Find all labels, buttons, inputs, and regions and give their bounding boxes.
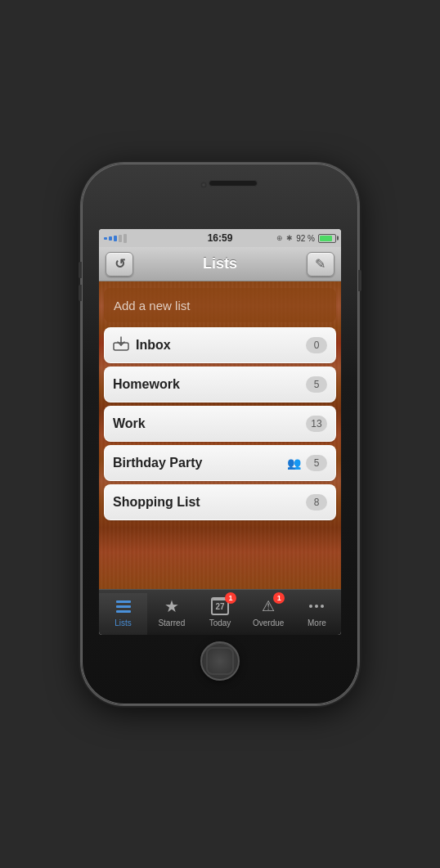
front-camera <box>200 182 207 188</box>
tab-lists[interactable]: Lists <box>99 593 147 635</box>
refresh-icon: ↺ <box>114 256 125 272</box>
list-item[interactable]: Birthday Party 👥 5 <box>104 445 336 481</box>
lists-icon-wrap <box>112 595 135 618</box>
tab-today[interactable]: 27 1 Today <box>195 593 244 635</box>
more-dots-icon <box>309 605 324 608</box>
signal-bar-5 <box>123 234 127 243</box>
volume-down-btn[interactable] <box>79 285 82 301</box>
signal-bar-4 <box>119 235 122 242</box>
list-item-badge: 5 <box>306 455 327 471</box>
star-icon: ★ <box>164 596 179 616</box>
dot-1 <box>309 605 312 608</box>
today-icon-wrap: 27 1 <box>209 595 231 618</box>
refresh-button[interactable]: ↺ <box>106 252 133 277</box>
phone-frame: 16:59 ⊕ ✱ 92 % ↺ Lists ✎ <box>82 164 358 704</box>
add-list-label: Add a new list <box>114 299 190 313</box>
home-button-inner <box>206 647 234 675</box>
battery-icon <box>318 234 336 243</box>
inbox-icon <box>113 336 129 354</box>
list-item-badge: 5 <box>306 376 327 393</box>
tab-starred-label: Starred <box>158 618 185 627</box>
tab-bar: Lists ★ Starred 27 1 Today <box>99 589 341 635</box>
screen: 16:59 ⊕ ✱ 92 % ↺ Lists ✎ <box>99 229 341 635</box>
signal-bar-2 <box>109 236 112 241</box>
tab-overdue-label: Overdue <box>253 618 284 627</box>
list-item-badge: 13 <box>306 416 327 432</box>
list-item-name: Inbox <box>136 338 306 353</box>
edit-icon: ✎ <box>315 256 326 272</box>
tab-lists-label: Lists <box>114 618 132 627</box>
wifi-icon: ⊕ <box>276 234 283 242</box>
power-btn[interactable] <box>358 270 361 291</box>
list-item-meta: 0 <box>306 337 327 353</box>
list-item-name: Birthday Party <box>113 456 287 470</box>
dot-2 <box>315 605 318 608</box>
list-item-meta: 13 <box>306 416 327 432</box>
status-right: ⊕ ✱ 92 % <box>276 234 336 243</box>
line-3 <box>116 610 131 613</box>
status-time: 16:59 <box>208 232 233 244</box>
list-item-meta: 8 <box>306 494 327 510</box>
more-icon-wrap <box>305 595 328 618</box>
signal-bar-1 <box>104 237 107 240</box>
cal-day: 27 <box>215 600 224 614</box>
starred-icon-wrap: ★ <box>160 595 183 618</box>
line-2 <box>116 605 131 608</box>
lists-icon <box>114 598 133 615</box>
main-content: Add a new list Inbox 0 Homework <box>99 281 341 589</box>
today-badge: 1 <box>225 592 236 604</box>
status-bar: 16:59 ⊕ ✱ 92 % <box>99 229 341 247</box>
tab-overdue[interactable]: ⚠ 1 Overdue <box>245 593 293 635</box>
list-item-badge: 8 <box>306 494 327 510</box>
navigation-bar: ↺ Lists ✎ <box>99 247 341 281</box>
battery-pct: 92 % <box>296 234 315 243</box>
list-item[interactable]: Inbox 0 <box>104 327 336 363</box>
overdue-badge: 1 <box>273 592 285 604</box>
edit-button[interactable]: ✎ <box>307 252 334 277</box>
list-item-name: Work <box>113 416 306 431</box>
battery-fill <box>320 236 332 241</box>
phone-top <box>82 164 358 229</box>
signal-bar-3 <box>114 236 117 241</box>
tab-today-label: Today <box>209 618 231 627</box>
list-item-name: Shopping List <box>113 495 306 510</box>
list-item-meta: 5 <box>306 376 327 393</box>
tab-more[interactable]: More <box>293 593 341 635</box>
add-list-row[interactable]: Add a new list <box>104 288 336 322</box>
bluetooth-icon: ✱ <box>286 234 293 242</box>
page-title: Lists <box>203 255 237 272</box>
home-button[interactable] <box>200 641 240 681</box>
list-item-badge: 0 <box>306 337 327 353</box>
line-1 <box>116 600 131 603</box>
list-item-name: Homework <box>113 377 306 392</box>
list-item[interactable]: Work 13 <box>104 406 336 442</box>
tab-starred[interactable]: ★ Starred <box>147 593 195 635</box>
list-item[interactable]: Shopping List 8 <box>104 484 336 520</box>
list-item-meta: 👥 5 <box>287 455 327 471</box>
volume-up-btn[interactable] <box>79 262 82 278</box>
signal-indicator <box>104 234 127 243</box>
earpiece-speaker <box>209 180 258 187</box>
overdue-icon-wrap: ⚠ 1 <box>257 595 280 618</box>
shared-icon: 👥 <box>287 456 301 470</box>
list-item[interactable]: Homework 5 <box>104 367 336 403</box>
dot-3 <box>321 605 324 608</box>
tab-more-label: More <box>308 618 326 627</box>
